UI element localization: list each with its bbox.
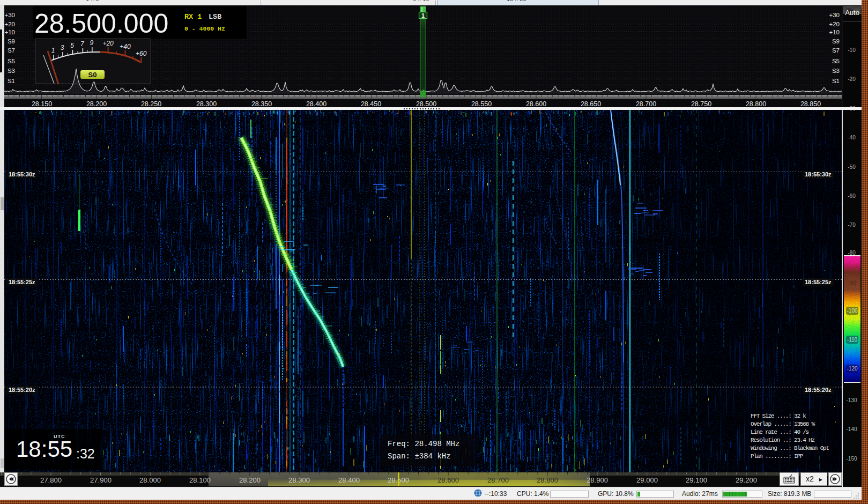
svg-text:S1: S1	[832, 78, 840, 84]
svg-text:+20: +20	[4, 21, 15, 27]
svg-text:28.850: 28.850	[800, 100, 821, 107]
svg-text:27.800: 27.800	[40, 476, 62, 484]
svg-text:+10: +10	[4, 29, 15, 35]
svg-text:28.200: 28.200	[86, 100, 107, 107]
svg-text:+60: +60	[136, 50, 147, 57]
svg-text:+20: +20	[102, 40, 114, 47]
svg-text:28.600: 28.600	[526, 100, 546, 107]
svg-text:28.300: 28.300	[288, 476, 310, 484]
svg-text:RX 1: RX 1	[184, 13, 202, 21]
svg-text:5: 5	[70, 42, 74, 49]
svg-text:LSB: LSB	[209, 13, 221, 21]
svg-text:-110: -110	[847, 337, 858, 343]
svg-text:-90: -90	[848, 280, 856, 286]
svg-text:+30: +30	[4, 12, 15, 18]
svg-text:1: 1	[51, 47, 55, 54]
svg-text:+40: +40	[120, 43, 131, 50]
svg-text:28.150: 28.150	[32, 100, 52, 107]
svg-text:28.650: 28.650	[581, 100, 601, 107]
svg-text:28.000: 28.000	[139, 476, 161, 484]
svg-text:28.300: 28.300	[196, 100, 217, 107]
svg-text:28.100: 28.100	[189, 476, 211, 484]
svg-text:+20: +20	[829, 21, 840, 27]
svg-text:29.200: 29.200	[736, 476, 757, 484]
svg-text:S5: S5	[8, 58, 15, 64]
svg-text:+10: +10	[829, 29, 840, 35]
svg-text:27.900: 27.900	[90, 476, 112, 484]
svg-text:28.450: 28.450	[361, 100, 381, 107]
svg-text:28.500: 28.500	[416, 100, 436, 107]
svg-text:-120: -120	[847, 366, 857, 372]
svg-text:-100: -100	[847, 308, 857, 314]
svg-text:S5: S5	[832, 58, 840, 64]
svg-text:28.750: 28.750	[691, 100, 711, 107]
svg-text:28.350: 28.350	[251, 100, 272, 107]
svg-text:S9: S9	[8, 38, 15, 45]
svg-text:28.700: 28.700	[636, 100, 656, 107]
svg-text:S1: S1	[8, 78, 15, 84]
svg-text:S7: S7	[8, 47, 15, 54]
svg-text:28.500.000: 28.500.000	[34, 9, 168, 39]
svg-text:0 - 4000 Hz: 0 - 4000 Hz	[184, 25, 225, 32]
svg-text:28.800: 28.800	[537, 476, 558, 484]
svg-text:S3: S3	[8, 68, 15, 74]
svg-text:3: 3	[61, 44, 64, 51]
svg-text:28.200: 28.200	[239, 476, 261, 484]
svg-text:1: 1	[421, 12, 425, 19]
svg-text:28.250: 28.250	[141, 100, 161, 107]
svg-text:9: 9	[90, 39, 93, 47]
svg-text:28.700: 28.700	[487, 476, 509, 484]
svg-text:S0: S0	[88, 71, 97, 79]
svg-text:S7: S7	[832, 47, 840, 54]
svg-text:28.400: 28.400	[306, 100, 327, 107]
svg-text:28.800: 28.800	[746, 100, 766, 107]
svg-text:28.900: 28.900	[587, 476, 608, 484]
svg-text:+30: +30	[829, 12, 840, 18]
svg-text:29.100: 29.100	[686, 476, 707, 484]
svg-text:28.550: 28.550	[471, 100, 492, 107]
svg-text:28.600: 28.600	[437, 476, 459, 484]
svg-text:S9: S9	[832, 38, 840, 45]
svg-text:S3: S3	[832, 68, 840, 74]
svg-text:28.400: 28.400	[338, 476, 360, 484]
svg-text:29.000: 29.000	[636, 476, 658, 484]
